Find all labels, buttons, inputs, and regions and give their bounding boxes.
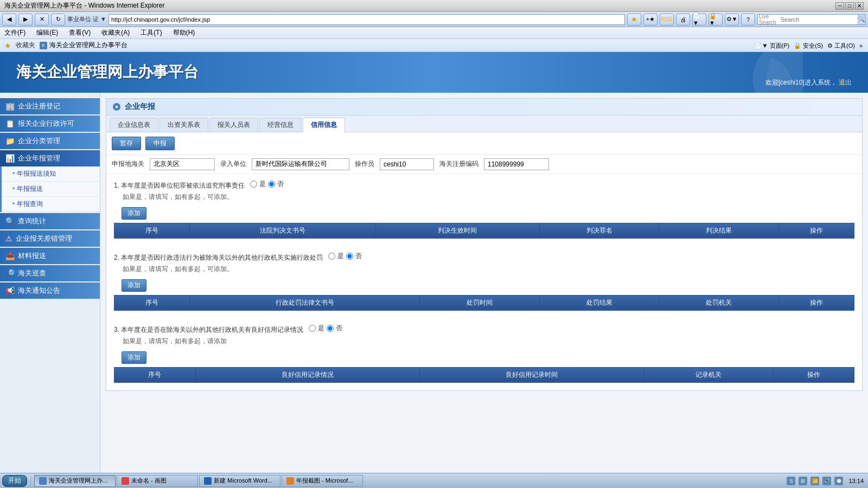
favorites-item-1[interactable]: E 海关企业管理网上办事平台	[40, 41, 127, 50]
q2-col-result: 处罚结果	[539, 295, 659, 310]
field4-input[interactable]	[484, 158, 549, 170]
forward-button[interactable]: ▶	[18, 14, 33, 25]
query-icon: 🔍	[5, 217, 15, 226]
field4-label: 海关注册编码	[439, 159, 478, 169]
sidebar-item-query-stats[interactable]: 🔍 查询统计	[0, 213, 100, 229]
favorites-label: 收藏夹	[16, 41, 35, 50]
q2-add-row: 添加	[114, 276, 854, 295]
search-icon-button[interactable]: 🔍	[858, 15, 865, 24]
q1-radio-no[interactable]	[268, 181, 275, 188]
tools-btn[interactable]: ⚙▼	[725, 14, 739, 25]
field3-label: 操作员	[355, 159, 374, 169]
q3-col-action: 操作	[773, 367, 854, 382]
field3-input[interactable]	[380, 158, 434, 170]
tab-customs-staff[interactable]: 报关人员表	[209, 118, 258, 132]
sidebar-item-annual-report[interactable]: 📊 企业年报管理	[0, 150, 100, 166]
q1-table: 序号 法院判决文书号 判决生效时间 判决罪名 判决结果 操作	[114, 223, 854, 239]
stop-button[interactable]: ✕	[35, 14, 49, 25]
sidebar-sub-query[interactable]: 年报查询	[2, 197, 100, 212]
print-btn[interactable]: 🖨	[676, 14, 690, 25]
q2-col-doc: 行政处罚法律文书号	[190, 295, 420, 310]
tray-icon-3[interactable]: 📶	[810, 477, 819, 485]
window-controls[interactable]: ─ □ ✕	[835, 2, 864, 10]
page-tool[interactable]: 📄▼ 页面(P)	[755, 42, 790, 50]
q2-radio-yes[interactable]	[328, 253, 335, 260]
q3-radio-yes[interactable]	[309, 325, 316, 332]
taskbar-item-4[interactable]: 年报截图 - Microsof...	[282, 475, 363, 487]
sidebar-sub-submit[interactable]: 年报报送	[2, 182, 100, 197]
q2-add-button[interactable]: 添加	[122, 279, 146, 292]
q2-col-authority: 处罚机关	[659, 295, 779, 310]
sidebar-item-error-management[interactable]: ⚠ 企业报关差错管理	[0, 230, 100, 247]
tab-credit-info[interactable]: 信用信息	[303, 118, 345, 132]
q3-col-authority: 记录机关	[644, 367, 773, 382]
q3-radio-no[interactable]	[327, 325, 334, 332]
q3-yes-label: 是	[318, 324, 324, 333]
sidebar-section-notice: 📢 海关通知公告	[0, 282, 100, 299]
search-input[interactable]	[778, 15, 858, 24]
menu-bar: 文件(F) 编辑(E) 查看(V) 收藏夹(A) 工具(T) 帮助(H)	[0, 27, 868, 39]
q1-yes-label: 是	[259, 179, 266, 189]
permit-icon: 📋	[5, 119, 15, 128]
sidebar: 🏢 企业注册登记 📋 报关企业行政许可 📁 企业分类管理	[0, 93, 100, 478]
address-bar-input[interactable]	[108, 14, 625, 25]
add-favorites-btn[interactable]: +★	[643, 14, 658, 25]
sidebar-item-material-upload[interactable]: 📤 材料报送	[0, 248, 100, 264]
taskbar-item-1[interactable]: 海关企业管理网上办...	[34, 475, 116, 487]
sidebar-sub-notice[interactable]: 年报报送须知	[2, 166, 100, 182]
safety-btn[interactable]: 🔒▼	[709, 14, 723, 25]
tray-icon-4[interactable]: 🔊	[822, 477, 831, 485]
menu-edit[interactable]: 编辑(E)	[34, 28, 60, 37]
start-button[interactable]: 开始	[2, 475, 27, 487]
favorites-icon-btn[interactable]: ★	[627, 14, 641, 25]
sidebar-section-annual-report: 📊 企业年报管理 年报报送须知 年报报送 年报查询	[0, 150, 100, 212]
q3-table: 序号 良好信用记录情况 良好信用记录时间 记录机关 操作	[114, 367, 854, 383]
page-btn[interactable]: 📄▼	[692, 14, 706, 25]
sidebar-item-notice[interactable]: 📢 海关通知公告	[0, 282, 100, 299]
sidebar-section-material: 📤 材料报送	[0, 248, 100, 264]
submit-button[interactable]: 申报	[145, 137, 175, 150]
menu-help[interactable]: 帮助(H)	[171, 28, 197, 37]
tab-business-info[interactable]: 经营信息	[259, 118, 302, 132]
tray-icon-1[interactable]: S	[787, 477, 795, 485]
classification-icon: 📁	[5, 137, 15, 145]
save-button[interactable]: 暂存	[112, 137, 141, 150]
q2-radio-no[interactable]	[346, 253, 353, 260]
menu-favorites[interactable]: 收藏夹(A)	[99, 28, 132, 37]
menu-tools[interactable]: 工具(T)	[138, 28, 164, 37]
close-button[interactable]: ✕	[855, 2, 864, 10]
sidebar-item-inspection[interactable]: 🔎 海关巡查	[0, 265, 100, 281]
q3-add-button[interactable]: 添加	[122, 351, 146, 364]
q1-radio-yes[interactable]	[250, 181, 257, 188]
taskbar-item-3[interactable]: 新建 Microsoft Word...	[199, 475, 280, 487]
sidebar-item-customs-permit[interactable]: 📋 报关企业行政许可	[0, 115, 100, 132]
field2-input[interactable]	[252, 158, 349, 170]
taskbar-right: S ⊞ 📶 🔊 ⌚ 13:14	[787, 477, 866, 485]
maximize-button[interactable]: □	[845, 2, 854, 10]
menu-view[interactable]: 查看(V)	[67, 28, 93, 37]
safety-tool[interactable]: 🔒 安全(S)	[794, 42, 823, 50]
field1-input[interactable]	[150, 158, 215, 170]
minimize-button[interactable]: ─	[835, 2, 844, 10]
menu-file[interactable]: 文件(F)	[2, 28, 28, 37]
tray-icon-2[interactable]: ⊞	[799, 477, 807, 485]
registration-icon: 🏢	[5, 102, 15, 111]
q1-add-button[interactable]: 添加	[122, 207, 146, 220]
help-btn[interactable]: ?	[741, 14, 755, 25]
refresh-button[interactable]: ↻	[51, 14, 65, 25]
tab-enterprise-info[interactable]: 企业信息表	[110, 118, 158, 132]
logout-link[interactable]: 退出	[839, 79, 852, 86]
section-title: 企业年报	[125, 102, 155, 112]
tab-exit-relation[interactable]: 出资关系表	[159, 118, 208, 132]
q2-table: 序号 行政处罚法律文书号 处罚时间 处罚结果 处罚机关 操作	[114, 295, 854, 311]
sidebar-item-enterprise-classification[interactable]: 📁 企业分类管理	[0, 133, 100, 149]
q1-radio-group: 是 否	[250, 179, 284, 189]
q2-sub-text: 如果是，请填写，如有多起，可添加。	[123, 265, 854, 274]
rss-btn[interactable]: RSS	[660, 14, 674, 25]
arrow-icon: »	[859, 42, 863, 49]
taskbar-item-2[interactable]: 未命名 - 画图	[117, 475, 198, 487]
back-button[interactable]: ◀	[2, 14, 16, 25]
tools-tool[interactable]: ⚙ 工具(O)	[827, 42, 855, 50]
tray-icon-5[interactable]: ⌚	[834, 477, 843, 485]
sidebar-item-enterprise-registration[interactable]: 🏢 企业注册登记	[0, 98, 100, 114]
